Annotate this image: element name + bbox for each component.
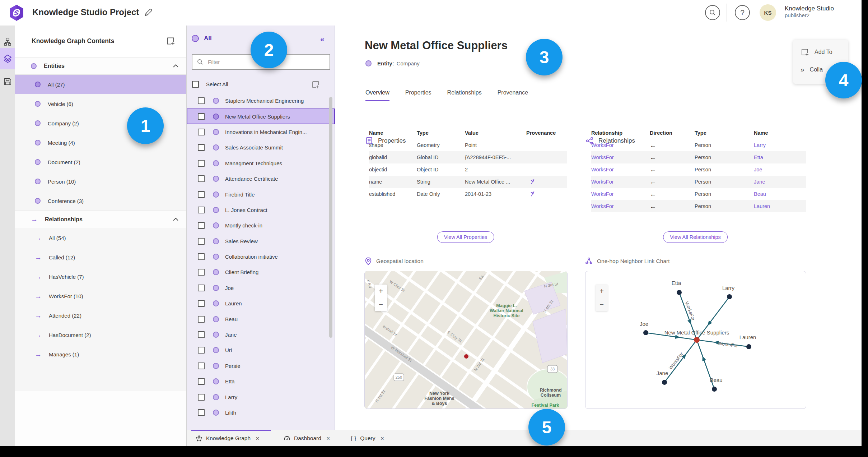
graph-node[interactable] [712,387,717,392]
graph-node[interactable] [662,380,667,385]
relationship-type-item[interactable]: →HasDocument (2) [15,325,186,345]
list-item[interactable]: Managment Techniques [187,156,335,171]
relationship-link[interactable]: WorksFor [591,179,614,185]
related-entity-link[interactable]: Jane [754,179,765,185]
center-graph-node[interactable] [694,337,700,343]
zoom-in-button[interactable]: + [596,285,608,298]
relationship-link[interactable]: WorksFor [591,142,614,148]
relationship-type-section-header[interactable]: →Relationships [15,211,186,228]
item-checkbox[interactable] [198,316,205,323]
relationship-link[interactable]: WorksFor [591,167,614,172]
property-row[interactable]: objectidObject ID2 [369,163,567,176]
item-checkbox[interactable] [198,191,205,198]
related-entity-link[interactable]: Etta [754,154,763,160]
item-checkbox[interactable] [198,144,205,151]
relationship-type-item[interactable]: →Attended (22) [15,306,186,325]
property-row[interactable]: nameStringNew Metal Office ... [369,176,567,188]
relationship-row[interactable]: WorksFor←PersonLarry [591,139,806,151]
graph-node[interactable] [727,294,732,299]
select-all-checkbox[interactable] [192,81,199,88]
zoom-out-button[interactable]: − [375,298,387,311]
list-item[interactable]: Joe [187,280,335,296]
avatar[interactable]: KS [760,4,776,21]
item-checkbox[interactable] [198,285,205,291]
layers-rail-button[interactable] [0,48,15,69]
close-tab-icon[interactable]: ✕ [380,436,384,441]
save-rail-button[interactable] [0,71,15,92]
app-logo-icon[interactable] [9,4,24,21]
graph-edge[interactable] [664,340,697,382]
graph-node[interactable] [677,290,682,295]
graph-node[interactable] [746,344,751,349]
chevron-up-icon[interactable] [173,64,178,68]
list-item[interactable]: Lilith [187,405,335,420]
help-button[interactable]: ? [735,5,750,20]
relationship-link[interactable]: WorksFor [591,154,614,160]
entity-type-item[interactable]: Document (2) [15,152,186,172]
list-item[interactable]: Jane [187,327,335,342]
item-checkbox[interactable] [198,113,205,120]
item-checkbox[interactable] [198,409,205,416]
item-checkbox[interactable] [198,347,205,354]
list-scrollbar[interactable] [329,97,332,338]
property-row[interactable]: establishedDate Only2014-01-23 [369,188,567,200]
bottom-tab-dashboard[interactable]: Dashboard✕ [284,433,330,444]
item-checkbox[interactable] [198,253,205,260]
list-item[interactable]: Etta [187,374,335,389]
relationship-type-item[interactable]: →Manages (1) [15,345,186,364]
property-row[interactable]: globalidGlobal ID{A228944F-0EF5-... [369,151,567,163]
search-button[interactable] [705,5,720,20]
list-item[interactable]: Innovations in Mechanical Engin... [187,124,335,140]
tab-provenance[interactable]: Provenance [498,89,528,101]
list-item[interactable]: New Metal Office Suppliers [187,109,335,124]
entity-type-item[interactable]: All (27) [15,75,186,94]
item-checkbox[interactable] [198,222,205,229]
view-all-properties-button[interactable]: View All Properties [437,231,494,243]
list-item[interactable]: Staplers Mechanical Engineering [187,93,335,109]
property-row[interactable]: shapeGeometryPoint [369,139,567,151]
geospatial-map[interactable]: + − [364,271,568,409]
add-to-menu-item[interactable]: Add To [801,48,832,56]
tab-properties[interactable]: Properties [405,89,431,101]
bottom-tab-knowledge-graph[interactable]: Knowledge Graph✕ [196,433,260,444]
item-checkbox[interactable] [198,97,205,104]
add-to-new-panel-icon[interactable] [166,36,175,46]
list-item[interactable]: Firebird Title [187,186,335,202]
item-checkbox[interactable] [198,300,205,307]
list-item[interactable]: Sales Associate Summit [187,140,335,155]
entity-type-item[interactable]: Person (10) [15,172,186,191]
relationship-row[interactable]: WorksFor←PersonLauren [591,200,806,212]
zoom-in-button[interactable]: + [375,285,387,298]
relationship-row[interactable]: WorksFor←PersonJane [591,176,806,188]
list-item[interactable]: Lauren [187,296,335,311]
list-item[interactable]: Larry [187,389,335,405]
close-tab-icon[interactable]: ✕ [256,436,260,441]
item-checkbox[interactable] [198,363,205,369]
item-checkbox[interactable] [198,175,205,182]
list-item[interactable]: Montly check-in [187,218,335,233]
relationship-row[interactable]: WorksFor←PersonBeau [591,188,806,200]
tab-relationships[interactable]: Relationships [447,89,482,101]
item-checkbox[interactable] [198,378,205,385]
provenance-flag-icon[interactable] [530,191,536,197]
item-checkbox[interactable] [198,331,205,338]
close-tab-icon[interactable]: ✕ [326,436,330,441]
relationship-row[interactable]: WorksFor←PersonJoe [591,163,806,176]
tab-overview[interactable]: Overview [365,89,389,101]
list-item[interactable]: Uri [187,342,335,358]
list-item[interactable]: Collaboration initiative [187,249,335,264]
add-to-new-panel-icon[interactable] [311,80,320,89]
related-entity-link[interactable]: Joe [754,167,762,172]
item-checkbox[interactable] [198,129,205,135]
item-checkbox[interactable] [198,207,205,213]
edit-title-icon[interactable] [144,8,153,17]
item-checkbox[interactable] [198,160,205,167]
entity-type-section-header[interactable]: Entities [15,57,186,75]
link-chart[interactable]: + − WorksForWorksForWorksForEttaLarryJoe… [585,271,806,409]
relationship-type-item[interactable]: →WorksFor (10) [15,286,186,306]
collapse-menu-item[interactable]: » Colla [801,66,823,74]
provenance-flag-icon[interactable] [530,179,536,185]
zoom-out-button[interactable]: − [596,298,608,311]
relationship-type-item[interactable]: →All (54) [15,228,186,248]
relationship-link[interactable]: WorksFor [591,191,614,197]
